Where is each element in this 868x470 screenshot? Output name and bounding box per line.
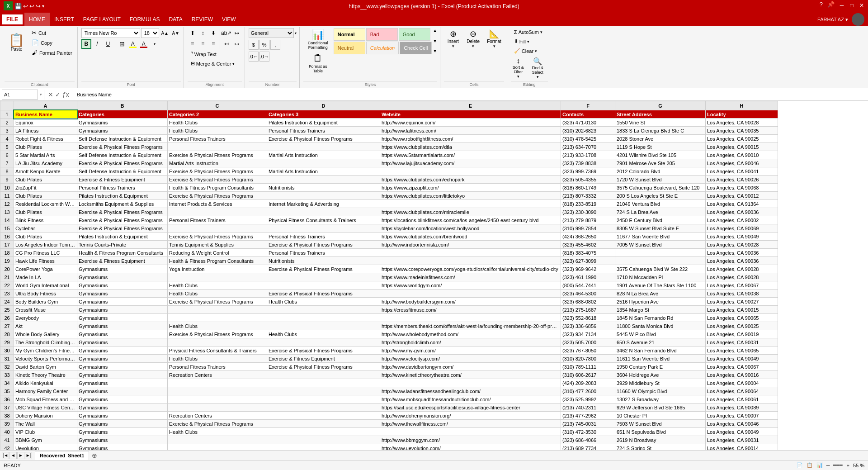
cell-A9[interactable]: Club Pilates [14,176,77,184]
cell-C36[interactable] [168,395,267,404]
zoom-in-btn[interactable]: + [846,463,849,468]
col-header-B[interactable]: B [77,101,168,110]
cell-G30[interactable]: 3462 N San Fernando Blvd [615,347,706,355]
cell-F22[interactable]: (800) 544-7441 [561,281,615,290]
cell-D7[interactable] [267,159,380,167]
cell-H23[interactable]: Los Angeles, CA 90038 [706,290,778,298]
font-name-select[interactable]: Times New Ro [81,28,140,38]
cell-C6[interactable]: Exercise & Physical Fitness Programs [168,151,267,159]
cell-F40[interactable]: (310) 472-3530 [561,428,615,436]
cell-D26[interactable] [267,314,380,322]
cell-G32[interactable]: 1950 Century Park E [615,363,706,371]
cell-G21[interactable]: 1710 N Mccadden Pl [615,273,706,281]
cell-D24[interactable]: Health Clubs [267,298,380,306]
cell-B30[interactable]: Gymnasiums [77,347,168,355]
cell-G26[interactable]: 1845 N San Fernando Rd [615,314,706,322]
cell-D13[interactable] [267,208,380,216]
cell-B14[interactable]: Exercise & Physical Fitness Programs [77,216,168,224]
cell-D30[interactable]: Exercise & Physical Fitness Programs [267,347,380,355]
sort-filter-btn[interactable]: ↕ Sort & Filter ▾ [511,56,526,80]
row-header-41[interactable]: 41 [0,436,14,444]
cell-A39[interactable]: The Wall [14,420,77,428]
cell-C17[interactable]: Tennis Equipment & Supplies [168,241,267,249]
delete-cells-btn[interactable]: ⊖ Delete ▾ [464,28,482,80]
col-header-H[interactable]: H [706,101,778,110]
cell-C13[interactable] [168,208,267,216]
cell-B23[interactable]: Gymnasiums [77,290,168,298]
cell-G36[interactable]: 13027 S Broadway [615,395,706,404]
cell-G9[interactable]: 1720 W Sunset Blvd [615,176,706,184]
review-menu-item[interactable]: REVIEW [187,13,217,26]
cell-H36[interactable]: Los Angeles, CA 90061 [706,395,778,404]
cell-A23[interactable]: Ultra Body Fitness [14,290,77,298]
cell-C22[interactable]: Health Clubs [168,281,267,290]
cell-E27[interactable]: https://members.theakt.com/offers/akt-we… [380,322,561,330]
cell-F41[interactable]: (323) 686-4066 [561,436,615,444]
cell-F15[interactable]: (310) 999-7854 [561,224,615,233]
row-header-26[interactable]: 26 [0,314,14,322]
cell-C8[interactable]: Exercise & Physical Fitness Programs [168,167,267,176]
cell-C20[interactable]: Yoga Instruction [168,265,267,273]
cell-A7[interactable]: LA Jiu Jitsu Academy [14,159,77,167]
cell-ref-expand[interactable]: ▾ [40,92,42,97]
cell-D35[interactable] [267,387,380,395]
cell-A18[interactable]: CG Pro Fitness LLC [14,249,77,257]
cell-G39[interactable]: 7503 W Sunset Blvd [615,420,706,428]
cell-F12[interactable]: (818) 233-8519 [561,200,615,208]
cell-D34[interactable] [267,379,380,387]
cell-C29[interactable] [168,338,267,347]
cell-G12[interactable]: 21049 Ventura Blvd [615,200,706,208]
cell-C15[interactable] [168,224,267,233]
cell-E38[interactable]: http://www.dohenymansion.org/ [380,412,561,420]
header-cell-H[interactable]: Locality [706,110,778,119]
cell-D17[interactable]: Exercise & Physical Fitness Programs [267,241,380,249]
cell-C25[interactable] [168,306,267,314]
cell-B25[interactable]: Gymnasiums [77,306,168,314]
cell-D27[interactable] [267,322,380,330]
cell-H28[interactable]: Los Angeles, CA 90019 [706,330,778,338]
restore-btn[interactable]: □ [847,1,856,10]
save-qa-btn[interactable]: 💾 [14,3,22,9]
row-header-16[interactable]: 16 [0,233,14,241]
cell-E20[interactable]: https://www.corepoweryoga.com/yoga-studi… [380,265,561,273]
cell-B16[interactable]: Pilates Instruction & Equipment [77,233,168,241]
cell-B27[interactable]: Gymnasiums [77,322,168,330]
cell-E11[interactable]: https://www.clubpilates.com/littletokyo [380,192,561,200]
cell-G29[interactable]: 650 S Avenue 21 [615,338,706,347]
cell-E6[interactable]: https://www.5starmartialarts.com/ [380,151,561,159]
align-right-btn[interactable]: ≡ [208,39,218,49]
align-middle-btn[interactable]: ↕ [198,28,208,38]
cell-F34[interactable]: (424) 209-2083 [561,379,615,387]
cell-C39[interactable]: Exercise & Physical Fitness Programs [168,420,267,428]
cell-B17[interactable]: Tennis Courts-Private [77,241,168,249]
cell-E40[interactable] [380,428,561,436]
cell-A31[interactable]: Velocity Sports Performance [14,355,77,363]
cell-F18[interactable]: (818) 383-4075 [561,249,615,257]
cell-F9[interactable]: (323) 505-4355 [561,176,615,184]
cell-H39[interactable]: Los Angeles, CA 90046 [706,420,778,428]
cell-E30[interactable]: http://www.my-gym.com/ [380,347,561,355]
row-header-36[interactable]: 36 [0,395,14,404]
page-layout-menu-item[interactable]: PAGE LAYOUT [79,13,125,26]
cell-G3[interactable]: 1833 S La Cienega Blvd Ste C [615,127,706,135]
cell-D31[interactable]: Exercise & Fitness Equipment [267,355,380,363]
sheet-next-btn[interactable]: ► [17,452,24,459]
font-color-btn[interactable]: A [139,39,149,49]
undo-qa-btn[interactable]: ↩ [23,3,28,9]
row-header-5[interactable]: 5 [0,143,14,151]
find-select-btn[interactable]: 🔍 Find & Select ▾ [528,56,548,80]
cell-E37[interactable]: https://sait.usc.edu/recsports/facilitie… [380,404,561,412]
cell-H27[interactable]: Los Angeles, CA 90025 [706,322,778,330]
cell-G40[interactable]: 651 N Sepulveda Blvd [615,428,706,436]
cell-G13[interactable]: 724 S La Brea Ave [615,208,706,216]
increase-indent-btn[interactable]: ↦ [232,39,242,49]
cell-E2[interactable]: http://www.equinox.com/ [380,119,561,127]
header-cell-E[interactable]: Website [380,110,561,119]
undo2-qa-btn[interactable]: ↩ [29,3,34,9]
cell-C5[interactable] [168,143,267,151]
cancel-formula-icon[interactable]: ✕ [48,91,53,98]
row-header-30[interactable]: 30 [0,347,14,355]
cell-C41[interactable] [168,436,267,444]
cell-C35[interactable] [168,387,267,395]
cell-C26[interactable] [168,314,267,322]
